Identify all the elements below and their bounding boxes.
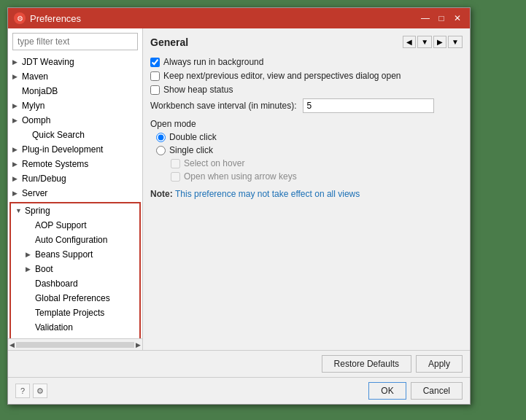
sub-options: Select on hover Open when using arrow ke… bbox=[171, 158, 463, 182]
dialog-icon: ⚙ bbox=[14, 12, 26, 24]
note-prefix: Note: bbox=[150, 189, 175, 199]
minimize-button[interactable]: — bbox=[419, 12, 432, 25]
tree-item-remote-systems[interactable]: ▶ Remote Systems bbox=[8, 157, 142, 171]
tree-container: ▶ JDT Weaving ▶ Maven ▶ MonjaDB ▶ Mylyn … bbox=[8, 55, 142, 338]
restore-defaults-button[interactable]: Restore Defaults bbox=[322, 355, 411, 373]
tree-item-label: Beans Support bbox=[35, 249, 93, 260]
keep-editor-label[interactable]: Keep next/previous editor, view and pers… bbox=[163, 71, 401, 81]
title-controls: — □ ✕ bbox=[419, 12, 464, 25]
tree-item-quick-search[interactable]: ▶ Quick Search bbox=[8, 128, 142, 142]
note-link[interactable]: This preference may not take effect on a… bbox=[175, 189, 360, 199]
tree-item-label: Template Projects bbox=[35, 308, 104, 318]
tree-item-validation[interactable]: ▶ Validation bbox=[11, 320, 139, 335]
single-click-radio[interactable] bbox=[156, 146, 166, 155]
tree-item-run-debug[interactable]: ▶ Run/Debug bbox=[8, 171, 142, 186]
scroll-right-arrow[interactable]: ▶ bbox=[136, 341, 141, 349]
tree-item-auto-config[interactable]: ▶ Auto Configuration bbox=[11, 233, 139, 247]
tree-item-plugin-dev[interactable]: ▶ Plug-in Development bbox=[8, 142, 142, 157]
tree-item-label: Boot bbox=[35, 264, 53, 274]
arrow-icon: ▼ bbox=[15, 207, 23, 214]
tree-item-label: Remote Systems bbox=[22, 159, 88, 169]
dialog-title: Preferences bbox=[30, 13, 81, 24]
close-button[interactable]: ✕ bbox=[451, 12, 464, 25]
options-area: Always run in background Keep next/previ… bbox=[150, 57, 463, 343]
filter-input[interactable] bbox=[12, 33, 138, 50]
back-button[interactable]: ◀ bbox=[403, 36, 416, 48]
open-arrow-keys-label: Open when using arrow keys bbox=[184, 171, 297, 182]
tree-item-mylyn[interactable]: ▶ Mylyn bbox=[8, 98, 142, 113]
workbench-interval-input[interactable] bbox=[303, 98, 434, 113]
double-click-row: Double click bbox=[156, 132, 463, 142]
arrow-icon: ▶ bbox=[12, 160, 20, 168]
panel-header: General ◀ ▼ ▶ ▼ bbox=[150, 36, 463, 51]
tree-item-label: Auto Configuration bbox=[35, 235, 107, 245]
scroll-track[interactable] bbox=[16, 342, 134, 348]
cancel-button[interactable]: Cancel bbox=[411, 382, 463, 400]
bottom-icons: ? ⚙ bbox=[15, 384, 47, 398]
forward-dropdown-button[interactable]: ▼ bbox=[448, 36, 463, 48]
ok-button[interactable]: OK bbox=[368, 382, 406, 400]
single-click-row: Single click bbox=[156, 145, 463, 155]
maximize-button[interactable]: □ bbox=[435, 12, 448, 25]
tree-item-aop-support[interactable]: ▶ AOP Support bbox=[11, 218, 139, 233]
show-heap-checkbox[interactable] bbox=[150, 85, 160, 95]
arrow-icon: ▶ bbox=[12, 175, 20, 182]
back-dropdown-button[interactable]: ▼ bbox=[417, 36, 432, 48]
tree-item-label: AOP Support bbox=[35, 220, 87, 230]
workbench-interval-label: Workbench save interval (in minutes): bbox=[150, 101, 297, 111]
always-run-bg-checkbox[interactable] bbox=[150, 58, 160, 67]
arrow-icon: ▶ bbox=[12, 58, 20, 66]
scroll-left-arrow[interactable]: ◀ bbox=[9, 341, 15, 349]
always-run-bg-row: Always run in background bbox=[150, 57, 463, 67]
arrow-icon: ▶ bbox=[26, 265, 33, 273]
select-on-hover-checkbox[interactable] bbox=[171, 159, 180, 168]
always-run-bg-label[interactable]: Always run in background bbox=[163, 57, 263, 67]
tree-item-label: Mylyn bbox=[22, 101, 45, 111]
gear-icon: ⚙ bbox=[36, 386, 44, 396]
tree-item-label: Maven bbox=[22, 71, 48, 82]
open-arrow-keys-row: Open when using arrow keys bbox=[171, 171, 463, 182]
arrow-icon: ▶ bbox=[12, 146, 20, 153]
double-click-label[interactable]: Double click bbox=[169, 132, 217, 142]
tree-item-jdt-weaving[interactable]: ▶ JDT Weaving bbox=[8, 55, 142, 69]
tree-item-template-projects[interactable]: ▶ Template Projects bbox=[11, 306, 139, 320]
keep-editor-checkbox[interactable] bbox=[150, 71, 160, 81]
tree-item-spring[interactable]: ▼ Spring bbox=[11, 203, 139, 218]
panel-title: General bbox=[150, 36, 188, 48]
tree-item-label: Validation bbox=[35, 322, 73, 332]
select-on-hover-row: Select on hover bbox=[171, 158, 463, 168]
tree-item-label: Spring bbox=[25, 206, 50, 216]
help-button[interactable]: ? bbox=[15, 384, 30, 398]
bottom-actions: Restore Defaults Apply bbox=[8, 350, 470, 377]
tree-item-boot[interactable]: ▶ Boot bbox=[11, 262, 139, 276]
tree-item-oomph[interactable]: ▶ Oomph bbox=[8, 113, 142, 128]
left-panel: ▶ JDT Weaving ▶ Maven ▶ MonjaDB ▶ Mylyn … bbox=[8, 28, 143, 350]
tree-item-mongodb[interactable]: ▶ MonjaDB bbox=[8, 84, 142, 98]
spring-section: ▼ Spring ▶ AOP Support ▶ Auto Configurat… bbox=[9, 202, 141, 338]
ok-cancel-group: OK Cancel bbox=[368, 382, 463, 400]
note-text: Note: This preference may not take effec… bbox=[150, 189, 463, 199]
tree-item-global-prefs[interactable]: ▶ Global Preferences bbox=[11, 291, 139, 306]
preferences-button[interactable]: ⚙ bbox=[33, 384, 47, 398]
arrow-icon: ▶ bbox=[12, 102, 20, 109]
forward-button[interactable]: ▶ bbox=[433, 36, 446, 48]
apply-button[interactable]: Apply bbox=[416, 355, 463, 373]
horiz-scroll-bar: ◀ ▶ bbox=[8, 338, 142, 350]
double-click-radio[interactable] bbox=[156, 133, 166, 142]
open-arrow-keys-checkbox[interactable] bbox=[171, 172, 180, 182]
tree-item-label: MonjaDB bbox=[22, 86, 58, 96]
show-heap-label[interactable]: Show heap status bbox=[163, 85, 233, 95]
question-icon: ? bbox=[20, 386, 25, 395]
tree-item-dashboard[interactable]: ▶ Dashboard bbox=[11, 276, 139, 291]
tree-item-beans-support[interactable]: ▶ Beans Support bbox=[11, 247, 139, 262]
nav-arrows: ◀ ▼ ▶ ▼ bbox=[403, 36, 463, 48]
keep-editor-row: Keep next/previous editor, view and pers… bbox=[150, 71, 463, 81]
tree-item-maven[interactable]: ▶ Maven bbox=[8, 69, 142, 84]
tree-item-label: Plug-in Development bbox=[22, 144, 103, 155]
tree-item-label: JDT Weaving bbox=[22, 57, 74, 67]
tree-item-server[interactable]: ▶ Server bbox=[8, 186, 142, 201]
workbench-interval-row: Workbench save interval (in minutes): bbox=[150, 98, 463, 113]
right-panel: General ◀ ▼ ▶ ▼ Always run in background… bbox=[143, 28, 470, 350]
single-click-label[interactable]: Single click bbox=[169, 145, 213, 155]
show-heap-row: Show heap status bbox=[150, 85, 463, 95]
